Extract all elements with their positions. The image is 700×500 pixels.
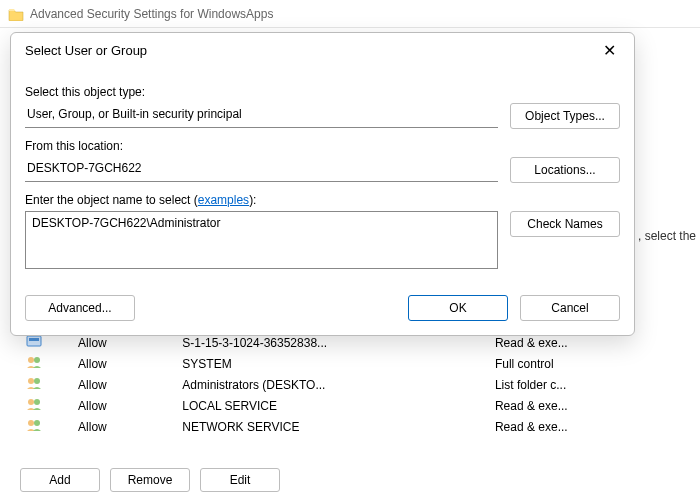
svg-point-3 bbox=[34, 357, 40, 363]
svg-point-8 bbox=[28, 420, 34, 426]
background-text: , select the bbox=[638, 229, 696, 243]
ok-button[interactable]: OK bbox=[408, 295, 508, 321]
table-row[interactable]: AllowLOCAL SERVICERead & exe... bbox=[20, 395, 680, 416]
principal-icon bbox=[26, 355, 44, 369]
name-label-pre: Enter the object name to select ( bbox=[25, 193, 198, 207]
close-icon[interactable]: ✕ bbox=[595, 37, 624, 64]
cancel-button[interactable]: Cancel bbox=[520, 295, 620, 321]
remove-button[interactable]: Remove bbox=[110, 468, 190, 492]
entry-principal: Administrators (DESKTO... bbox=[176, 374, 489, 395]
dialog-body: Select this object type: User, Group, or… bbox=[11, 67, 634, 335]
entry-type: Allow bbox=[72, 416, 176, 437]
folder-icon bbox=[8, 7, 24, 21]
location-field: DESKTOP-7GCH622 bbox=[25, 157, 498, 182]
svg-rect-1 bbox=[29, 338, 39, 341]
object-type-label: Select this object type: bbox=[25, 85, 620, 99]
check-names-button[interactable]: Check Names bbox=[510, 211, 620, 237]
entry-access: Read & exe... bbox=[489, 395, 680, 416]
entry-principal: NETWORK SERVICE bbox=[176, 416, 489, 437]
object-types-button[interactable]: Object Types... bbox=[510, 103, 620, 129]
svg-point-9 bbox=[34, 420, 40, 426]
svg-point-5 bbox=[34, 378, 40, 384]
principal-icon bbox=[26, 418, 44, 432]
entry-type: Allow bbox=[72, 353, 176, 374]
entries-table: AllowS-1-15-3-1024-36352838...Read & exe… bbox=[20, 332, 680, 437]
dialog-title: Select User or Group bbox=[25, 43, 147, 58]
permission-entries: AllowS-1-15-3-1024-36352838...Read & exe… bbox=[20, 332, 680, 437]
table-row[interactable]: AllowSYSTEMFull control bbox=[20, 353, 680, 374]
entry-type: Allow bbox=[72, 395, 176, 416]
svg-point-2 bbox=[28, 357, 34, 363]
object-type-field: User, Group, or Built-in security princi… bbox=[25, 103, 498, 128]
name-label-post: ): bbox=[249, 193, 256, 207]
locations-button[interactable]: Locations... bbox=[510, 157, 620, 183]
entries-buttons: Add Remove Edit bbox=[20, 468, 280, 492]
parent-titlebar: Advanced Security Settings for WindowsAp… bbox=[0, 0, 700, 28]
object-name-input[interactable] bbox=[25, 211, 498, 269]
principal-icon bbox=[26, 376, 44, 390]
advanced-button[interactable]: Advanced... bbox=[25, 295, 135, 321]
entry-access: Read & exe... bbox=[489, 416, 680, 437]
edit-button[interactable]: Edit bbox=[200, 468, 280, 492]
svg-point-7 bbox=[34, 399, 40, 405]
svg-point-4 bbox=[28, 378, 34, 384]
entry-access: Full control bbox=[489, 353, 680, 374]
entry-principal: LOCAL SERVICE bbox=[176, 395, 489, 416]
select-user-dialog: Select User or Group ✕ Select this objec… bbox=[10, 32, 635, 336]
location-label: From this location: bbox=[25, 139, 620, 153]
principal-icon bbox=[26, 397, 44, 411]
examples-link[interactable]: examples bbox=[198, 193, 249, 207]
entry-type: Allow bbox=[72, 374, 176, 395]
svg-point-6 bbox=[28, 399, 34, 405]
table-row[interactable]: AllowNETWORK SERVICERead & exe... bbox=[20, 416, 680, 437]
entry-access: List folder c... bbox=[489, 374, 680, 395]
object-name-label: Enter the object name to select (example… bbox=[25, 193, 620, 207]
principal-icon bbox=[26, 334, 44, 348]
entry-principal: SYSTEM bbox=[176, 353, 489, 374]
dialog-footer: Advanced... OK Cancel bbox=[25, 295, 620, 321]
add-button[interactable]: Add bbox=[20, 468, 100, 492]
dialog-titlebar: Select User or Group ✕ bbox=[11, 33, 634, 67]
table-row[interactable]: AllowAdministrators (DESKTO...List folde… bbox=[20, 374, 680, 395]
parent-title: Advanced Security Settings for WindowsAp… bbox=[30, 7, 273, 21]
